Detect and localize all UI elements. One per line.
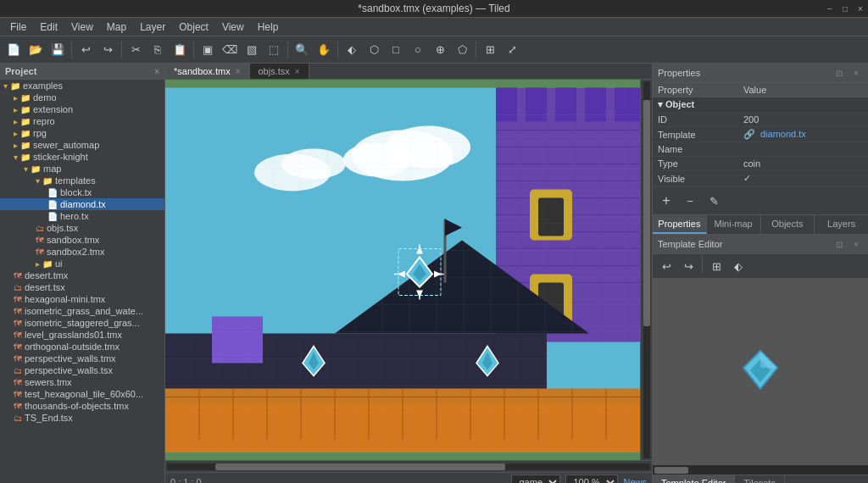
panel-tab-minimap[interactable]: Mini-map [707,215,761,234]
remove-property-button[interactable]: − [680,191,700,211]
prop-row-id[interactable]: ID 200 [653,113,868,127]
prop-row-template[interactable]: Template 🔗 diamond.tx [653,127,868,142]
project-tree[interactable]: ▾ 📁 examples ▸ 📁 demo ▸ 📁 extension [0,80,164,483]
zoom-in-button[interactable]: 🔍 [292,40,312,60]
properties-float-icon[interactable]: ⊡ [832,66,846,80]
close-button[interactable]: × [853,0,868,17]
tree-item-perspective-walls-tsx[interactable]: 🗂 perspective_walls.tsx [0,364,164,376]
tree-item-sandbox2-tmx[interactable]: 🗺 sandbox2.tmx [0,246,164,258]
project-close-icon[interactable]: × [154,67,159,76]
tree-item-extension[interactable]: ▸ 📁 extension [0,103,164,115]
object-point-button[interactable]: ⊕ [430,40,450,60]
te-scrollbar-thumb[interactable] [654,467,688,474]
properties-close-icon[interactable]: × [849,66,863,80]
tree-item-level-grasslands[interactable]: 🗺 level_grasslands01.tmx [0,329,164,341]
te-canvas[interactable] [653,279,868,464]
v-scrollbar-thumb[interactable] [643,100,650,326]
tree-item-block-tx[interactable]: 📄 block.tx [0,186,164,198]
tree-item-sandbox-tmx[interactable]: 🗺 sandbox.tmx [0,234,164,246]
tree-item-ts-end[interactable]: 🗂 TS_End.tsx [0,412,164,424]
menu-file[interactable]: File [3,19,33,35]
minimize-button[interactable]: − [822,0,837,17]
menu-map[interactable]: Map [100,19,133,35]
edit-property-button[interactable]: ✎ [704,191,724,211]
te-snap-button[interactable]: ⊞ [706,256,726,276]
game-scene[interactable] [165,80,640,460]
tree-item-repro[interactable]: ▸ 📁 repro [0,115,164,127]
news-link[interactable]: News [623,477,647,484]
tree-item-objs-tsx[interactable]: 🗂 objs.tsx [0,222,164,234]
tab-sandbox-close[interactable]: × [236,67,241,76]
tab-objs[interactable]: objs.tsx × [250,64,309,79]
tree-item-examples[interactable]: ▾ 📁 examples [0,80,164,92]
object-select-button[interactable]: ⬖ [342,40,362,60]
panel-tab-properties[interactable]: Properties [653,215,707,234]
bottom-tab-tilesets[interactable]: Tilesets [735,475,785,483]
object-rect-button[interactable]: □ [386,40,406,60]
bottom-tab-template-editor[interactable]: Template Editor [653,475,735,483]
undo-button[interactable]: ↩ [75,40,96,60]
vertical-scrollbar[interactable] [640,80,652,460]
horizontal-scrollbar[interactable] [165,460,652,472]
menu-edit[interactable]: Edit [33,19,64,35]
te-select-button[interactable]: ⬖ [728,256,748,276]
tree-item-perspective-walls-tmx[interactable]: 🗺 perspective_walls.tmx [0,353,164,364]
tree-item-rpg[interactable]: ▸ 📁 rpg [0,127,164,139]
prop-row-name[interactable]: Name [653,142,868,157]
add-property-button[interactable]: + [656,191,676,211]
tree-item-demo[interactable]: ▸ 📁 demo [0,92,164,103]
prop-row-type[interactable]: Type coin [653,157,868,171]
fill-button[interactable]: ▧ [242,40,262,60]
tree-item-ui[interactable]: ▸ 📁 ui [0,258,164,269]
h-scrollbar-thumb[interactable] [215,464,505,470]
grid-button[interactable]: ⊞ [480,40,500,60]
tree-item-desert-tmx[interactable]: 🗺 desert.tmx [0,269,164,281]
object-ellipse-button[interactable]: ○ [408,40,428,60]
te-scrollbar[interactable] [653,464,868,475]
snap-button[interactable]: ⤢ [502,40,522,60]
te-undo-button[interactable]: ↩ [656,256,676,276]
new-button[interactable]: 📄 [3,40,24,60]
copy-button[interactable]: ⎘ [147,40,168,60]
panel-tab-layers[interactable]: Layers [815,215,868,234]
maximize-button[interactable]: □ [837,0,853,17]
menu-view[interactable]: View [64,19,100,35]
eraser-button[interactable]: ⌫ [220,40,240,60]
tree-item-sticker-knight[interactable]: ▾ 📁 sticker-knight [0,151,164,163]
tree-item-templates[interactable]: ▾ 📁 templates [0,175,164,186]
map-canvas[interactable] [165,80,640,460]
tree-item-diamond-tx[interactable]: 📄 diamond.tx [0,198,164,210]
tree-item-map[interactable]: ▾ 📁 map [0,163,164,175]
tree-item-hexagonal-mini[interactable]: 🗺 hexagonal-mini.tmx [0,293,164,305]
menu-view2[interactable]: View [215,19,251,35]
redo-button[interactable]: ↪ [97,40,118,60]
tab-sandbox[interactable]: *sandbox.tmx × [165,64,250,79]
tree-item-thousands[interactable]: 🗺 thousands-of-objects.tmx [0,400,164,412]
menu-layer[interactable]: Layer [133,19,172,35]
map-select[interactable]: game [511,475,560,484]
open-button[interactable]: 📂 [25,40,46,60]
te-float-icon[interactable]: ⊡ [832,237,846,251]
stamp-button[interactable]: ▣ [198,40,218,60]
cut-button[interactable]: ✂ [125,40,146,60]
menu-object[interactable]: Object [172,19,215,35]
object-create-button[interactable]: ⬡ [364,40,384,60]
tree-item-isometric-staggered[interactable]: 🗺 isometric_staggered_gras... [0,317,164,329]
panel-tab-objects[interactable]: Objects [761,215,815,234]
tab-objs-close[interactable]: × [295,67,300,76]
tree-item-orthogonal-outside[interactable]: 🗺 orthogonal-outside.tmx [0,341,164,353]
tree-item-sewer-automap[interactable]: ▸ 📁 sewer_automap [0,139,164,151]
save-button[interactable]: 💾 [47,40,68,60]
zoom-select[interactable]: 100 % [565,475,618,484]
te-redo-button[interactable]: ↪ [678,256,698,276]
prop-row-visible[interactable]: Visible ✓ [653,171,868,186]
menu-help[interactable]: Help [251,19,286,35]
tree-item-test-hexagonal[interactable]: 🗺 test_hexagonal_tile_60x60... [0,388,164,400]
pan-button[interactable]: ✋ [314,40,334,60]
tree-item-hero-tx[interactable]: 📄 hero.tx [0,210,164,222]
tree-item-isometric-grass[interactable]: 🗺 isometric_grass_and_wate... [0,305,164,317]
paste-button[interactable]: 📋 [170,40,190,60]
select-button[interactable]: ⬚ [264,40,284,60]
tree-item-desert-tsx[interactable]: 🗂 desert.tsx [0,281,164,293]
object-poly-button[interactable]: ⬠ [452,40,472,60]
